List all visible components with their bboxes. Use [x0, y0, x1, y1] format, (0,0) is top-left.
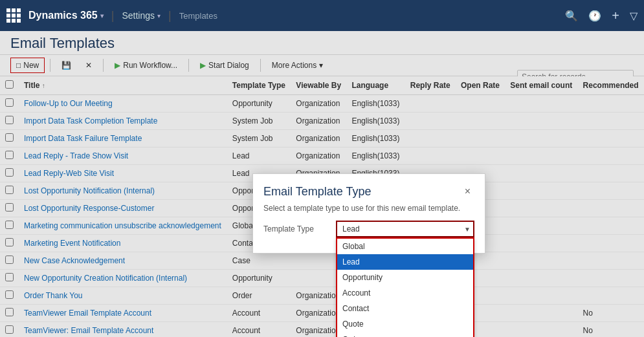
- add-icon[interactable]: +: [612, 8, 619, 23]
- page-wrapper: Email Templates □ New 💾 ✕ ▶ Run Workflow…: [0, 31, 644, 337]
- nav-separator-2: |: [168, 9, 172, 23]
- app-name[interactable]: Dynamics 365 ▾: [28, 10, 104, 21]
- nav-separator-1: |: [111, 9, 115, 23]
- template-type-dropdown[interactable]: GlobalLeadOpportunityAccountContactQuote…: [336, 237, 474, 337]
- dropdown-item[interactable]: Global: [337, 239, 473, 254]
- dialog-body: Template Type GlobalLeadOpportunityAccou…: [253, 221, 485, 253]
- settings-chevron: ▾: [157, 12, 161, 19]
- email-template-type-dialog: Email Template Type × Select a template …: [252, 173, 485, 254]
- nav-right-icons: 🔍 🕐 + ▽: [565, 8, 638, 23]
- template-type-control: GlobalLeadOpportunityAccountContactQuote…: [336, 221, 474, 237]
- template-type-select[interactable]: GlobalLeadOpportunityAccountContactQuote…: [336, 221, 474, 237]
- dialog-title-bar: Email Template Type ×: [253, 174, 485, 204]
- dropdown-item[interactable]: Order: [337, 332, 473, 337]
- template-type-row: Template Type GlobalLeadOpportunityAccou…: [263, 221, 474, 237]
- template-type-label: Template Type: [263, 221, 328, 234]
- dropdown-item[interactable]: Lead: [337, 254, 473, 270]
- dropdown-item[interactable]: Contact: [337, 301, 473, 316]
- history-icon[interactable]: 🕐: [588, 10, 601, 22]
- dialog-title: Email Template Type: [263, 185, 371, 199]
- nav-settings[interactable]: Settings ▾: [122, 10, 161, 21]
- dropdown-item[interactable]: Quote: [337, 316, 473, 332]
- search-icon[interactable]: 🔍: [565, 10, 578, 22]
- dropdown-item[interactable]: Account: [337, 285, 473, 301]
- top-navigation: Dynamics 365 ▾ | Settings ▾ | Templates …: [0, 0, 644, 31]
- breadcrumb: Templates: [179, 11, 217, 21]
- dialog-subtitle: Select a template type to use for this n…: [253, 204, 485, 221]
- app-grid-icon[interactable]: [6, 8, 21, 23]
- app-name-chevron: ▾: [100, 12, 104, 19]
- dropdown-item[interactable]: Opportunity: [337, 270, 473, 285]
- filter-icon[interactable]: ▽: [630, 10, 638, 22]
- dialog-close-button[interactable]: ×: [461, 184, 474, 199]
